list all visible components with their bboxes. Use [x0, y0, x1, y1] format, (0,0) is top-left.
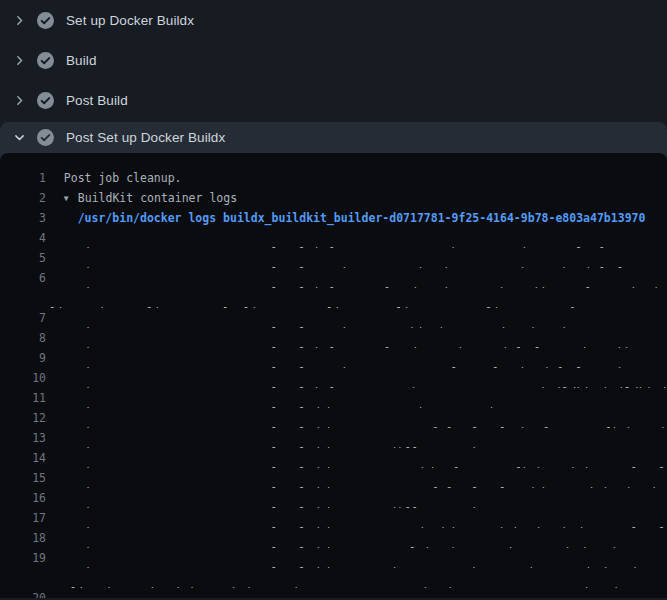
log-row: 1Post job cleanup. — [0, 168, 667, 188]
log-lines: 1Post job cleanup.2▼BuildKit container l… — [0, 168, 667, 598]
step-label: Build — [66, 53, 97, 68]
line-number[interactable]: 1 — [0, 168, 46, 188]
line-number[interactable]: 4 — [0, 228, 46, 248]
log-row: 5time="2021-04-23T18:02:37Z" level=warni… — [0, 248, 667, 268]
log-text: time="2021-04-23T18:02:37Z" level=info m… — [50, 328, 666, 348]
line-number[interactable]: 2 — [0, 188, 46, 208]
check-circle-icon — [37, 129, 54, 146]
step-label: Post Set up Docker Buildx — [66, 130, 225, 145]
step-label: Post Build — [66, 93, 128, 108]
log-text: time="2021-04-23T18:02:38Z" level=debug … — [50, 548, 666, 568]
log-row: 10time="2021-04-23T18:02:37Z" level=info… — [0, 368, 667, 388]
log-text: time="2021-04-23T18:02:37Z" level=warnin… — [50, 308, 659, 328]
log-row: 2▼BuildKit container logs — [0, 188, 667, 208]
log-row: 15time="2021-04-23T18:02:38Z" level=debu… — [0, 468, 667, 488]
log-text: linux/riscv64 linux/ppc64le linux/s390x … — [50, 288, 583, 308]
line-number[interactable]: 7 — [0, 308, 46, 328]
chevron-right-icon — [12, 53, 26, 67]
line-number[interactable]: 11 — [0, 388, 46, 408]
log-text: time="2021-04-23T18:02:38Z" level=debug … — [50, 488, 569, 508]
line-number[interactable]: 18 — [0, 528, 46, 548]
line-number — [0, 568, 46, 588]
log-row: 9time="2021-04-23T18:02:37Z" level=warni… — [0, 348, 667, 368]
log-row: 17time="2021-04-23T18:02:38Z" level=debu… — [0, 508, 667, 528]
line-number[interactable]: 20 — [0, 588, 46, 598]
line-number[interactable]: 13 — [0, 428, 46, 448]
log-text: time="2021-04-23T18:02:38Z" level=debug … — [50, 428, 569, 448]
log-row: 19time="2021-04-23T18:02:38Z" level=debu… — [0, 548, 667, 568]
line-number[interactable]: 5 — [0, 248, 46, 268]
log-console: 1Post job cleanup.2▼BuildKit container l… — [0, 153, 667, 598]
line-number[interactable]: 14 — [0, 448, 46, 468]
line-number[interactable]: 3 — [0, 208, 46, 228]
line-number[interactable]: 10 — [0, 368, 46, 388]
log-row: application/vnd.oci.image.index.v1+json,… — [0, 568, 667, 588]
step-row-post-setup-docker-buildx[interactable]: Post Set up Docker Buildx — [0, 122, 667, 153]
line-number[interactable]: 6 — [0, 268, 46, 288]
log-text: time="2021-04-23T18:02:38Z" level=debug … — [50, 448, 666, 468]
line-number[interactable]: 19 — [0, 548, 46, 568]
chevron-right-icon — [12, 13, 26, 27]
log-text: time="2021-04-23T18:02:38Z" level=debug … — [50, 588, 666, 598]
step-row-setup-docker-buildx[interactable]: Set up Docker Buildx — [0, 0, 667, 40]
command-text: /usr/bin/docker logs buildx_buildkit_bui… — [50, 208, 645, 228]
log-row: 4time="2021-04-23T18:02:37Z" level=info … — [0, 228, 667, 248]
line-number[interactable]: 17 — [0, 508, 46, 528]
line-number[interactable]: 8 — [0, 328, 46, 348]
log-text: time="2021-04-23T18:02:37Z" level=info m… — [50, 368, 666, 388]
log-row: 6time="2021-04-23T18:02:37Z" level=info … — [0, 268, 667, 288]
log-row: 13time="2021-04-23T18:02:38Z" level=debu… — [0, 428, 667, 448]
check-circle-icon — [37, 92, 54, 109]
log-row: 11time="2021-04-23T18:02:38Z" level=debu… — [0, 388, 667, 408]
log-row: 14time="2021-04-23T18:02:38Z" level=debu… — [0, 448, 667, 468]
log-text: time="2021-04-23T18:02:38Z" level=debug … — [50, 508, 666, 528]
log-row: 3/usr/bin/docker logs buildx_buildkit_bu… — [0, 208, 667, 228]
group-toggle-icon[interactable]: ▼ — [64, 189, 78, 209]
log-row: 7time="2021-04-23T18:02:37Z" level=warni… — [0, 308, 667, 328]
log-row: 8time="2021-04-23T18:02:37Z" level=info … — [0, 328, 667, 348]
log-row: 12time="2021-04-23T18:02:38Z" level=debu… — [0, 408, 667, 428]
log-text: time="2021-04-23T18:02:37Z" level=warnin… — [50, 248, 638, 268]
log-text: time="2021-04-23T18:02:37Z" level=warnin… — [50, 348, 666, 368]
log-text: time="2021-04-23T18:02:37Z" level=info m… — [50, 228, 618, 248]
log-text: ▼BuildKit container logs — [50, 188, 237, 208]
log-row: 20time="2021-04-23T18:02:38Z" level=debu… — [0, 588, 667, 598]
log-row: linux/riscv64 linux/ppc64le linux/s390x … — [0, 288, 667, 308]
chevron-right-icon — [12, 93, 26, 107]
step-label: Set up Docker Buildx — [66, 13, 194, 28]
check-circle-icon — [37, 52, 54, 69]
step-row-build[interactable]: Build — [0, 40, 667, 80]
log-row: 16time="2021-04-23T18:02:38Z" level=debu… — [0, 488, 667, 508]
log-text: time="2021-04-23T18:02:38Z" level=debug … — [50, 408, 666, 428]
log-text: Post job cleanup. — [50, 168, 182, 188]
chevron-down-icon — [12, 131, 26, 145]
log-row: 18time="2021-04-23T18:02:38Z" level=debu… — [0, 528, 667, 548]
log-text: time="2021-04-23T18:02:38Z" level=debug … — [50, 388, 500, 408]
line-number[interactable]: 15 — [0, 468, 46, 488]
log-text: time="2021-04-23T18:02:37Z" level=info m… — [50, 268, 659, 288]
line-number[interactable]: 12 — [0, 408, 46, 428]
log-text: application/vnd.oci.image.index.v1+json,… — [50, 568, 652, 588]
line-number[interactable]: 9 — [0, 348, 46, 368]
log-text: time="2021-04-23T18:02:38Z" level=debug … — [50, 468, 666, 488]
line-number — [0, 288, 46, 308]
steps-list: Set up Docker Buildx Build Post Build Po… — [0, 0, 667, 153]
line-number[interactable]: 16 — [0, 488, 46, 508]
log-console-wrap: 1Post job cleanup.2▼BuildKit container l… — [0, 153, 667, 598]
step-row-post-build[interactable]: Post Build — [0, 80, 667, 120]
log-text: time="2021-04-23T18:02:38Z" level=debug … — [50, 528, 625, 548]
check-circle-icon — [37, 12, 54, 29]
